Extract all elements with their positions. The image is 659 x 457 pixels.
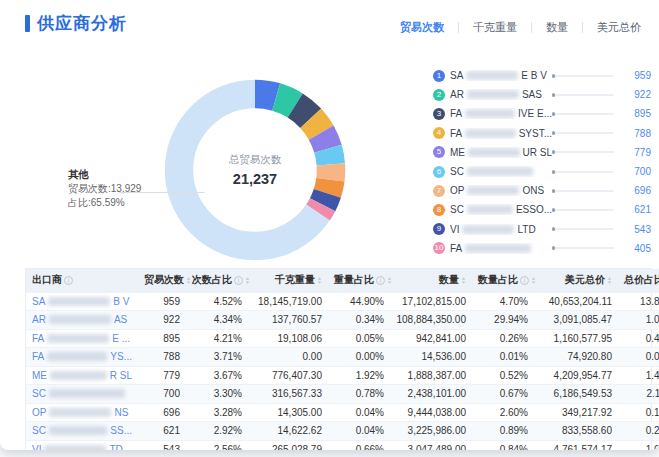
info-icon[interactable]: i [520,276,529,285]
others-callout-title: 其他 [68,167,141,181]
value-cell: 4.52% [186,292,248,311]
tab-美元总价[interactable]: 美元总价 [595,20,643,35]
legend-item[interactable]: 7OPONS696 [433,181,651,200]
value-cell: 2.56% [186,440,248,450]
redacted-text [47,334,109,343]
exporter-name-cell[interactable]: VITD [26,440,138,450]
legend-item[interactable]: 8SCESSO...621 [433,200,651,219]
value-cell: 44.90% [328,292,390,311]
exporter-link[interactable]: ARAS [32,314,132,325]
exporter-name-cell[interactable]: MER SL [26,366,138,385]
value-cell: 1,160,577.95 [534,329,618,348]
exporter-name-suffix: E ... [112,333,130,344]
exporter-name-cell[interactable]: FAYS... [26,348,138,367]
value-cell: 0.00 [248,348,328,367]
legend-name-suffix: LTD [517,224,535,235]
value-cell: 18,145,719.00 [248,292,328,311]
legend-item[interactable]: 3FAIVE E...895 [433,104,651,123]
value-cell: 0.34% [328,311,390,330]
callout-leader-line [119,192,205,193]
value-cell: 3,225,986.00 [390,422,472,441]
legend-value: 779 [617,147,651,158]
legend-item[interactable]: 10FA405 [433,239,651,258]
legend-rank-badge: 4 [433,127,445,139]
exporter-link[interactable]: MER SL [32,370,132,381]
column-label: 千克重量 [275,273,315,287]
value-cell: 1.92% [328,366,390,385]
sort-icon[interactable]: ▲▼ [607,276,612,284]
value-cell: 40,653,204.11 [534,292,618,311]
value-cell: 19,108.06 [248,329,328,348]
legend-item[interactable]: 5MEUR SL779 [433,143,651,162]
tab-数量[interactable]: 数量 [544,20,570,35]
legend-rank-badge: 2 [433,89,445,101]
redacted-text [49,315,111,324]
legend-rank-badge: 6 [433,166,445,178]
column-header-贸易次数[interactable]: 贸易次数▲▼ [138,269,186,292]
sort-icon[interactable]: ▲▼ [531,276,536,284]
value-cell: 0.12% [618,403,659,422]
tab-千克重量[interactable]: 千克重量 [471,20,519,35]
value-cell: 0.40% [618,329,659,348]
value-cell: 316,567.33 [248,385,328,404]
column-header-数量[interactable]: 数量▲▼ [390,269,472,292]
sort-icon[interactable]: ▲▼ [461,276,466,284]
legend-rank-badge: 5 [433,146,445,158]
sort-icon[interactable]: ▲▼ [317,276,322,284]
redacted-text [467,90,519,99]
donut-chart[interactable]: 总贸易次数 21,237 [160,75,350,265]
legend-item[interactable]: 4FASYST...788 [433,124,651,143]
donut-center: 总贸易次数 21,237 [160,75,350,265]
column-header-千克重量[interactable]: 千克重量▲▼ [248,269,328,292]
value-cell: 0.26% [472,329,534,348]
legend-value: 543 [617,224,651,235]
column-header-重量占比[interactable]: 重量占比i▲▼ [328,269,390,292]
legend-item[interactable]: 6SC700 [433,162,651,181]
value-cell: 3.28% [186,403,248,422]
exporter-link[interactable]: VITD [32,444,132,450]
legend-item[interactable]: 2ARSAS922 [433,85,651,104]
exporter-name-cell[interactable]: SAB V [26,292,138,311]
legend-rank-badge: 3 [433,108,445,120]
table-row: SAB V9594.52%18,145,719.0044.90%17,102,8… [26,292,659,311]
tab-贸易次数[interactable]: 贸易次数 [398,20,446,35]
exporter-link[interactable]: SAB V [32,296,132,307]
legend-item[interactable]: 9VILTD543 [433,220,651,239]
column-header-数量占比[interactable]: 数量占比i▲▼ [472,269,534,292]
value-cell: 0.52% [472,366,534,385]
value-cell: 3.67% [186,366,248,385]
legend-supplier-name: FASYST... [450,128,552,139]
exporter-name-cell[interactable]: SC [26,385,138,404]
legend-value-bar [552,209,614,211]
column-header-美元总价[interactable]: 美元总价▲▼ [534,269,618,292]
value-cell: 0.05% [328,329,390,348]
table-row: ARAS9224.34%137,760.570.34%108,884,350.0… [26,311,659,330]
column-header-总价占比[interactable]: 总价占比i▲▼ [618,269,659,292]
sort-icon[interactable]: ▲▼ [186,276,191,284]
exporter-link[interactable]: FAYS... [32,351,132,362]
exporter-link[interactable]: SCSS... [32,425,132,436]
legend-name-prefix: FA [450,243,462,254]
exporter-link[interactable]: OPNS [32,407,132,418]
exporter-name-cell[interactable]: SCSS... [26,422,138,441]
legend-value-bar [552,190,614,192]
exporter-name-cell[interactable]: FAE ... [26,329,138,348]
info-icon[interactable]: i [234,276,243,285]
table-row: FAE ...8954.21%19,108.060.05%942,841.000… [26,329,659,348]
exporter-link[interactable]: FAE ... [32,333,132,344]
legend-item[interactable]: 1SAE B V959 [433,66,651,85]
redacted-text [47,352,107,361]
sort-icon[interactable]: ▲▼ [387,276,392,284]
info-icon[interactable]: i [64,276,73,285]
info-icon[interactable]: i [376,276,385,285]
donut-center-label: 总贸易次数 [229,153,282,167]
legend-rank-badge: 7 [433,185,445,197]
table-row: VITD5432.56%265,028.790.66%3,047,489.000… [26,440,659,450]
column-header-次数占比[interactable]: 次数占比i▲▼ [186,269,248,292]
sort-icon[interactable]: ▲▼ [245,276,250,284]
exporter-link[interactable]: SC [32,388,132,399]
value-cell: 0.67% [472,385,534,404]
legend-name-prefix: ME [450,147,465,158]
exporter-name-cell[interactable]: OPNS [26,403,138,422]
exporter-name-cell[interactable]: ARAS [26,311,138,330]
